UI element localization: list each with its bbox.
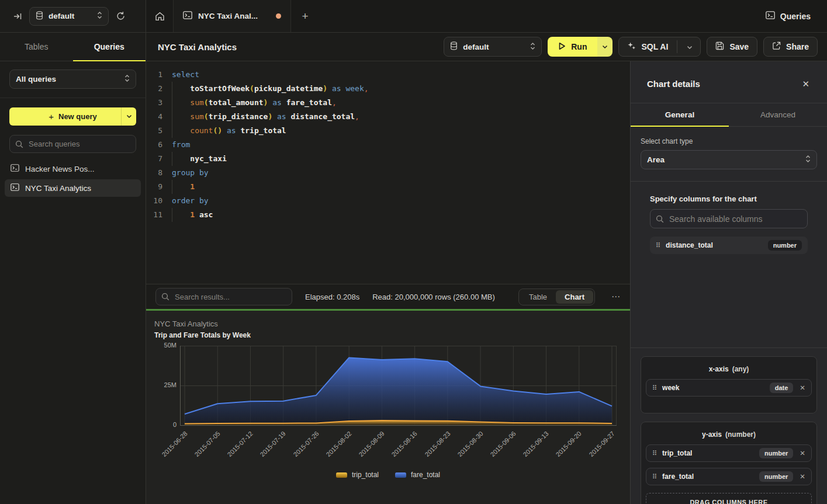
panel-body: Select chart type Area Specify columns f… xyxy=(631,137,827,254)
line-number: 7 xyxy=(146,152,162,166)
terminal-icon xyxy=(766,11,775,21)
run-options-button[interactable] xyxy=(597,37,613,57)
share-button[interactable]: Share xyxy=(763,37,818,57)
token xyxy=(172,210,190,219)
plus-icon: + xyxy=(49,112,54,121)
more-options-icon[interactable]: ⋯ xyxy=(611,291,621,302)
query-item-nyc-taxi[interactable]: NYC Taxi Analytics xyxy=(5,179,141,197)
chart-view-tab[interactable]: Chart xyxy=(556,290,593,304)
chevron-down-icon[interactable] xyxy=(121,107,136,126)
close-icon[interactable]: ✕ xyxy=(802,79,809,89)
collapse-sidebar-icon[interactable] xyxy=(13,12,22,21)
panel-header: Chart details ✕ xyxy=(631,61,827,103)
x-axis-title: x-axis(any) xyxy=(646,365,812,373)
code-text: group by xyxy=(172,166,209,180)
database-selector[interactable]: default xyxy=(29,7,109,26)
run-database-selector[interactable]: default xyxy=(444,37,542,57)
chevron-down-icon[interactable] xyxy=(684,42,695,51)
column-name: fare_total xyxy=(662,472,694,481)
remove-column-icon[interactable]: ✕ xyxy=(800,384,805,392)
x-tick-label: 2015-07-05 xyxy=(193,430,221,458)
table-view-tab[interactable]: Table xyxy=(520,290,556,304)
drag-handle-icon[interactable]: ⠿ xyxy=(652,385,657,391)
top-bar-right: Queries xyxy=(766,0,827,32)
tab-nyc-taxi-analytics[interactable]: NYC Taxi Anal... xyxy=(174,0,291,32)
line-number: 1 xyxy=(146,68,162,82)
token xyxy=(272,112,277,121)
token: 1 xyxy=(190,182,195,191)
query-header: NYC Taxi Analytics default Run SQL AI xyxy=(146,33,827,61)
token: count xyxy=(190,126,213,135)
code-text: count() as trip_total xyxy=(172,124,286,138)
queries-label: Queries xyxy=(780,12,811,21)
code-line: 11 1 asc xyxy=(146,208,630,222)
drag-handle-icon[interactable]: ⠿ xyxy=(656,242,660,249)
columns-search-input[interactable] xyxy=(650,209,808,228)
save-button[interactable]: Save xyxy=(707,37,757,57)
code-line: 4 sum(trip_distance) as distance_total, xyxy=(146,110,630,124)
legend-item-fare_total[interactable]: fare_total xyxy=(395,471,440,479)
sql-ai-label: SQL AI xyxy=(641,42,668,51)
queries-button[interactable]: Queries xyxy=(766,11,811,21)
y-tick-label: 0 xyxy=(150,421,177,428)
refresh-icon[interactable] xyxy=(116,11,126,21)
x-axis-column-week[interactable]: ⠿ week date ✕ xyxy=(646,379,812,397)
play-icon xyxy=(558,42,566,52)
column-type-badge: date xyxy=(770,383,794,393)
area-chart[interactable] xyxy=(180,346,617,426)
results-search-input[interactable] xyxy=(155,288,292,305)
run-button[interactable]: Run xyxy=(548,37,597,57)
columns-section: Specify columns for the chart ⠿ distance… xyxy=(650,194,808,254)
search-icon xyxy=(161,293,169,301)
tab-queries[interactable]: Queries xyxy=(73,33,146,61)
drag-handle-icon[interactable]: ⠿ xyxy=(652,474,657,480)
tab-advanced[interactable]: Advanced xyxy=(729,103,827,126)
drag-handle-icon[interactable]: ⠿ xyxy=(652,450,657,457)
home-tab[interactable] xyxy=(146,0,174,32)
query-search-input[interactable] xyxy=(9,135,136,153)
drop-zone[interactable]: DRAG COLUMNS HERE xyxy=(646,493,812,504)
database-value: default xyxy=(49,12,74,20)
code-line: 10order by xyxy=(146,194,630,208)
tab-tables[interactable]: Tables xyxy=(0,33,73,61)
y-axis-column-fare-total[interactable]: ⠿ fare_total number ✕ xyxy=(646,468,812,485)
code-text: toStartOfWeek(pickup_datetime) as week, xyxy=(172,82,369,96)
legend-item-trip_total[interactable]: trip_total xyxy=(336,471,379,479)
search-icon xyxy=(656,215,664,223)
token: ) xyxy=(323,84,327,93)
chart-title: NYC Taxi Analytics xyxy=(154,319,218,328)
code-line: 2 toStartOfWeek(pickup_datetime) as week… xyxy=(146,82,630,96)
sql-ai-button[interactable]: SQL AI xyxy=(618,37,701,57)
token: sum xyxy=(190,112,203,121)
tab-label: NYC Taxi Anal... xyxy=(198,12,270,20)
new-query-button[interactable]: + New query xyxy=(9,107,136,126)
save-label: Save xyxy=(729,42,749,51)
tab-general[interactable]: General xyxy=(631,103,729,126)
token: nyc_taxi xyxy=(190,154,227,163)
chart-type-label: Select chart type xyxy=(641,137,817,145)
line-number: 10 xyxy=(146,194,162,208)
y-axis-card: y-axis(number) ⠿ trip_total number ✕ ⠿ f… xyxy=(641,422,817,504)
token: as xyxy=(272,98,282,107)
remove-column-icon[interactable]: ✕ xyxy=(800,472,805,481)
indent-guide xyxy=(172,110,172,124)
axis-mapping-section: x-axis(any) ⠿ week date ✕ y-axis(number)… xyxy=(631,347,827,504)
code-line: 1select xyxy=(146,68,630,82)
new-tab-button[interactable]: + xyxy=(291,0,319,32)
token: as xyxy=(277,112,286,121)
token: () xyxy=(213,126,222,135)
y-axis-column-trip-total[interactable]: ⠿ trip_total number ✕ xyxy=(646,444,812,462)
query-filter-select[interactable]: All queries xyxy=(9,69,136,89)
x-tick-label: 2015-08-16 xyxy=(390,430,418,458)
token: 1 xyxy=(190,210,195,219)
chart-type-select[interactable]: Area xyxy=(641,150,817,169)
top-bar: default NYC Taxi Anal... + Queries xyxy=(0,0,827,33)
column-name: week xyxy=(662,384,679,392)
filter-value: All queries xyxy=(16,75,56,84)
query-item-hacker-news[interactable]: Hacker News Pos... xyxy=(5,160,141,178)
code-text: sum(trip_distance) as distance_total, xyxy=(172,110,359,124)
available-column-distance-total[interactable]: ⠿ distance_total number xyxy=(650,237,808,254)
code-line: 9 1 xyxy=(146,180,630,194)
remove-column-icon[interactable]: ✕ xyxy=(800,449,805,457)
sql-editor[interactable]: 1select2 toStartOfWeek(pickup_datetime) … xyxy=(146,61,630,284)
